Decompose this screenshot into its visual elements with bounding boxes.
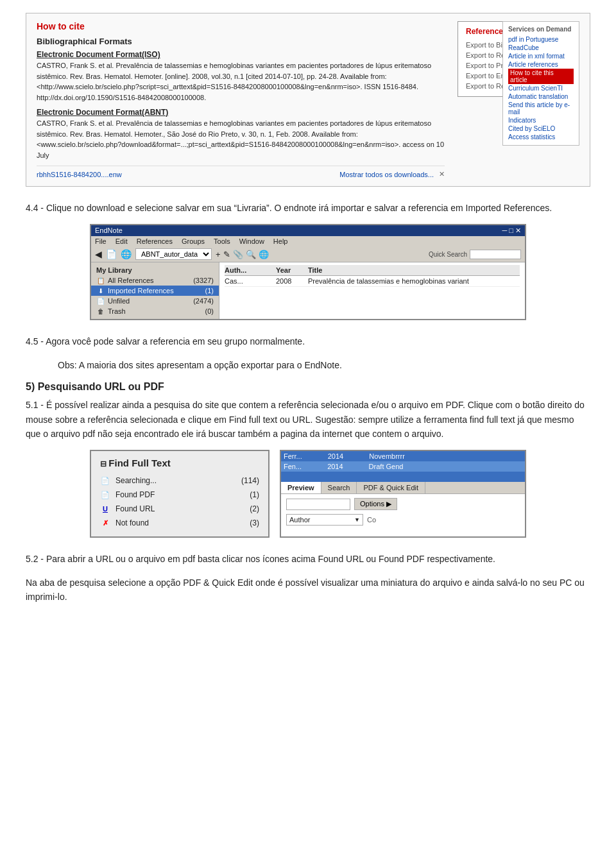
tab-pdf-quick-edit[interactable]: PDF & Quick Edit	[357, 482, 425, 493]
service-indicators[interactable]: Indicators	[508, 116, 574, 124]
cell-author: Cas...	[225, 277, 276, 285]
para-5-1: 5.1 - É possível realizar ainda a pesqui…	[26, 398, 590, 441]
find-searching-count: (114)	[241, 476, 259, 485]
refs-col2: 2014	[328, 452, 343, 460]
toolbar-attach-icon[interactable]: 📎	[233, 250, 243, 259]
col-year-header[interactable]: Year	[276, 266, 308, 274]
service-pdf-pt[interactable]: pdf in Portuguese	[508, 35, 574, 44]
preview-tabs: Preview Search PDF & Quick Edit	[281, 482, 525, 494]
toolbar-group-dropdown[interactable]: ABNT_autor_data	[135, 248, 212, 260]
col-auth-header[interactable]: Auth...	[225, 266, 276, 274]
find-collapse-icon[interactable]: ⊟	[100, 459, 108, 468]
obs-text: Obs: A maioria dos sites apresentam a op…	[58, 358, 590, 372]
quick-search-input[interactable]	[470, 250, 521, 259]
format1-label: Electronic Document Format(ISO)	[37, 50, 445, 59]
service-auto-translate[interactable]: Automatic translation	[508, 92, 574, 101]
para-5-2b: Na aba de pesquisa selecione a opção PDF…	[26, 576, 590, 604]
cell-year: 2008	[276, 277, 308, 285]
author-label: Author	[289, 516, 310, 524]
table-row[interactable]: Cas... 2008 Prevalência de talassemias e…	[225, 276, 520, 287]
service-xml[interactable]: Article in xml format	[508, 52, 574, 60]
sidebar-item-all-refs[interactable]: 📋 All References (3327)	[91, 275, 219, 286]
options-button[interactable]: Options ▶	[354, 498, 397, 510]
find-item-not-found[interactable]: ✗ Not found (3)	[100, 516, 259, 530]
imported-icon: ⬇	[96, 286, 105, 295]
menu-help[interactable]: Help	[273, 237, 288, 245]
window-controls[interactable]: ─ □ ✕	[502, 227, 521, 235]
sidebar-item-unfiled[interactable]: 📄 Unfiled (2474)	[91, 296, 219, 306]
service-how-to-cite[interactable]: How to cite this article	[508, 69, 574, 84]
endnote-screenshot: EndNote ─ □ ✕ File Edit References Group…	[90, 224, 526, 320]
searching-icon: 📄	[100, 475, 110, 486]
refs-row2-col3: Draft Gend	[369, 463, 404, 470]
col-title-header[interactable]: Title	[308, 266, 520, 274]
endnote-sidebar: My Library 📋 All References (3327) ⬇ Imp…	[91, 262, 219, 319]
menu-groups[interactable]: Groups	[182, 237, 205, 245]
endnote-menu-bar: File Edit References Groups Tools Window…	[91, 236, 525, 246]
service-access-stats[interactable]: Access statistics	[508, 133, 574, 141]
quick-search-box: Quick Search	[429, 250, 521, 259]
endnote-main: Auth... Year Title Cas... 2008 Prevalênc…	[219, 262, 525, 319]
endnote-table-header: Auth... Year Title	[225, 265, 520, 276]
find-item-found-url[interactable]: U Found URL (2)	[100, 502, 259, 516]
toolbar-new-icon[interactable]: +	[216, 250, 221, 259]
find-full-text-title: ⊟ Find Full Text	[100, 458, 259, 468]
toolbar-web-icon[interactable]: 🌐	[259, 250, 269, 259]
menu-file[interactable]: File	[95, 237, 107, 245]
dropdown-arrow-icon: ▼	[354, 517, 360, 523]
menu-window[interactable]: Window	[239, 237, 264, 245]
para-4-5: 4.5 - Agora você pode salvar a referenci…	[26, 334, 590, 348]
not-found-icon: ✗	[100, 518, 110, 528]
download-bar: rbhhS1516-8484200....enw Mostrar todos o…	[37, 166, 445, 178]
find-full-text-wrapper: ⊟ Find Full Text 📄 Searching... (114) 📄 …	[90, 450, 526, 538]
tab-search[interactable]: Search	[321, 482, 357, 493]
find-searching-label: Searching...	[116, 476, 157, 485]
refs-table-row2[interactable]: Fen... 2014 Draft Gend	[281, 461, 525, 472]
found-pdf-icon: 📄	[100, 490, 110, 500]
service-article-ref[interactable]: Article references	[508, 60, 574, 69]
toolbar-edit-icon[interactable]: ✎	[223, 250, 230, 259]
search-row: Options ▶	[286, 498, 520, 510]
options-label: Options ▶	[360, 500, 391, 508]
cell-title: Prevalência de talassemias e hemoglobina…	[308, 277, 520, 285]
service-readcube[interactable]: ReadCube	[508, 44, 574, 52]
service-cited-scielo[interactable]: Cited by SciELO	[508, 124, 574, 133]
refs-row2-col1: Fen...	[284, 463, 302, 470]
sidebar-imported-label: Imported References	[108, 287, 174, 295]
refs-table-row1[interactable]: Ferr... 2014 Novembrrrr	[281, 451, 525, 461]
find-not-found-count: (3)	[250, 518, 259, 527]
found-url-icon: U	[100, 504, 110, 514]
search-input[interactable]	[286, 499, 350, 510]
quick-search-label: Quick Search	[429, 251, 467, 258]
para-5-2: 5.2 - Para abrir a URL ou o arquivo em p…	[26, 552, 590, 566]
sidebar-item-imported[interactable]: ⬇ Imported References (1)	[91, 286, 219, 296]
download-filename: rbhhS1516-8484200....enw	[37, 171, 122, 178]
find-not-found-label: Not found	[116, 518, 149, 527]
refs-table-row3	[281, 472, 525, 482]
unfiled-icon: 📄	[96, 296, 105, 305]
find-item-searching[interactable]: 📄 Searching... (114)	[100, 474, 259, 488]
tab-preview[interactable]: Preview	[281, 482, 321, 493]
download-link[interactable]: Mostrar todos os downloads...	[339, 171, 434, 178]
toolbar-globe-icon[interactable]: 🌐	[121, 249, 132, 259]
sidebar-item-trash[interactable]: 🗑 Trash (0)	[91, 306, 219, 316]
all-refs-icon: 📋	[96, 276, 105, 285]
section-5-heading: 5) Pesquisando URL ou PDF	[26, 381, 590, 393]
format1-text: CASTRO, Frank S. et al. Prevalência de t…	[37, 60, 445, 103]
service-curriculum[interactable]: Curriculum ScienTI	[508, 84, 574, 92]
find-item-found-pdf[interactable]: 📄 Found PDF (1)	[100, 488, 259, 502]
menu-edit[interactable]: Edit	[116, 237, 128, 245]
service-send-email[interactable]: Send this article by e-mail	[508, 101, 574, 116]
menu-tools[interactable]: Tools	[214, 237, 230, 245]
find-found-pdf-count: (1)	[250, 490, 259, 499]
sidebar-unfiled-label: Unfiled	[108, 297, 130, 305]
services-title: Services on Demand	[508, 26, 574, 33]
menu-references[interactable]: References	[137, 237, 173, 245]
toolbar-find-icon[interactable]: 🔍	[246, 250, 256, 259]
toolbar-back-icon[interactable]: ◀	[95, 249, 102, 259]
all-refs-count: (3327)	[193, 277, 214, 284]
endnote-toolbar: ◀ 📄 🌐 ABNT_autor_data + ✎ 📎 🔍 🌐 Quick Se…	[91, 246, 525, 262]
author-dropdown[interactable]: Author ▼	[286, 514, 363, 526]
toolbar-page-icon[interactable]: 📄	[106, 249, 117, 259]
close-icon[interactable]: ✕	[439, 170, 445, 178]
